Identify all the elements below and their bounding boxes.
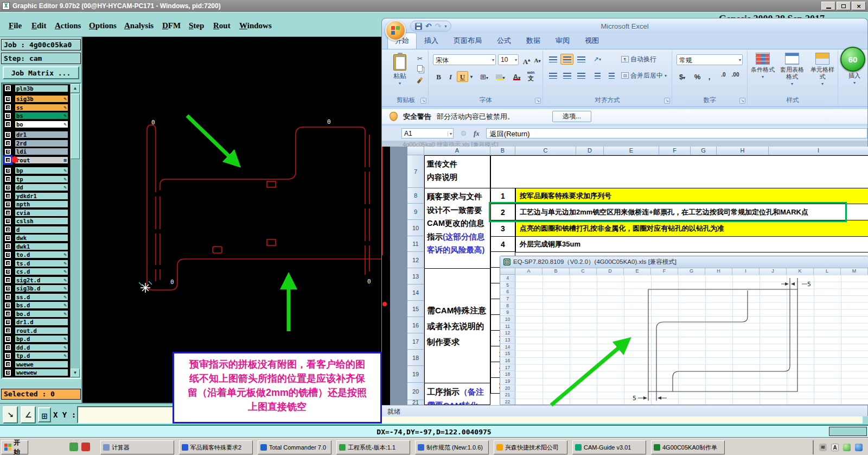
layer-checkbox[interactable]: [5, 370, 11, 376]
phonetic-button[interactable]: wén 文: [525, 69, 537, 80]
layer-label[interactable]: wwewew: [15, 369, 68, 376]
save-icon[interactable]: [415, 23, 422, 30]
cell-b11[interactable]: 4: [490, 236, 515, 252]
layer-checkbox[interactable]: [5, 277, 11, 283]
font-name-select[interactable]: 宋体▾: [433, 54, 496, 65]
layer-label[interactable]: dr1.d: [15, 318, 68, 326]
layer-checkbox[interactable]: [5, 193, 11, 199]
shrink-font-button[interactable]: A▾: [532, 54, 543, 65]
formula-input[interactable]: 返回(Return): [486, 128, 867, 138]
zoom-tool-icon[interactable]: ↘: [3, 406, 18, 424]
layer-label[interactable]: dwk1: [15, 243, 68, 250]
cell-styles-button[interactable]: 单元格样式▾: [808, 53, 837, 87]
column-header[interactable]: E: [604, 147, 659, 155]
layer-label[interactable]: cslsh: [15, 217, 68, 225]
taskbar-item[interactable]: 军品顾客特殊要求2: [179, 440, 253, 454]
column-header[interactable]: D: [576, 147, 604, 155]
layer-checkbox[interactable]: [5, 168, 11, 174]
layer-row[interactable]: cvia: [3, 208, 70, 217]
cell-a8[interactable]: 顾客要求与文件设计不一致需要CAM更改的信息指示(这部分信息客诉的风险最高): [424, 188, 490, 269]
quicklaunch-icon-2[interactable]: [81, 443, 90, 451]
embedded-column-header[interactable]: K: [787, 268, 814, 275]
scroll-down-icon[interactable]: ▼: [71, 369, 80, 377]
layer-row[interactable]: bo.d✎: [3, 309, 70, 318]
taskbar-item[interactable]: Total Commander 7.0: [258, 440, 331, 454]
layer-label[interactable]: wwewe: [15, 361, 68, 368]
layer-row[interactable]: bp✎: [3, 167, 70, 175]
font-dialog-launcher-icon[interactable]: ↘: [535, 98, 541, 104]
layer-row[interactable]: ss.d✎: [3, 293, 70, 301]
layer-checkbox[interactable]: [5, 361, 11, 367]
embedded-row-header[interactable]: 12: [500, 330, 515, 337]
ribbon-tab[interactable]: 公式: [489, 33, 519, 49]
layer-row[interactable]: wwewew: [3, 369, 70, 377]
layer-row[interactable]: tp.d✎: [3, 352, 70, 361]
layer-label[interactable]: bs.d✎: [15, 301, 68, 309]
scroll-up-icon[interactable]: ▲: [71, 84, 80, 93]
layer-row[interactable]: dr1: [3, 131, 70, 140]
embedded-row-header[interactable]: 13: [500, 337, 515, 344]
row-header[interactable]: 10: [407, 220, 424, 236]
layer-checkbox[interactable]: [5, 327, 11, 333]
embedded-row-header[interactable]: 5: [500, 282, 515, 289]
restore-button[interactable]: [837, 2, 851, 10]
embedded-column-header[interactable]: A: [515, 268, 542, 275]
layer-checkbox[interactable]: [5, 302, 11, 308]
close-button[interactable]: ×: [852, 2, 866, 10]
layer-checkbox[interactable]: [5, 157, 11, 163]
cut-icon[interactable]: ✂: [414, 54, 426, 64]
ribbon-tab[interactable]: 页面布局: [446, 33, 489, 49]
menu-item[interactable]: Analysis: [124, 21, 154, 30]
embedded-row-header[interactable]: 21: [500, 391, 515, 399]
layer-row[interactable]: dwk1: [3, 242, 70, 251]
layer-label[interactable]: bo.d✎: [15, 310, 68, 318]
grow-font-button[interactable]: A▴: [521, 54, 532, 65]
layer-row[interactable]: bs✎: [3, 112, 70, 121]
layer-label[interactable]: d: [15, 226, 68, 233]
layer-label[interactable]: sig3b✎: [15, 95, 68, 103]
layer-checkbox[interactable]: [5, 104, 11, 110]
align-middle-icon[interactable]: [560, 54, 573, 65]
embedded-workbook-window[interactable]: EQ-SP7.820.8109（V0.2.0）(4G00C05KA0).xls …: [500, 256, 868, 405]
embedded-row-header[interactable]: 10: [500, 316, 515, 323]
embedded-column-header[interactable]: L: [814, 268, 841, 275]
column-header[interactable]: H: [717, 147, 769, 155]
layer-label[interactable]: dr1: [15, 131, 68, 138]
row-header[interactable]: 16: [407, 317, 424, 333]
layer-row[interactable]: to.d✎: [3, 251, 70, 260]
layer-label[interactable]: rout.d: [15, 327, 68, 334]
embedded-column-header[interactable]: I: [732, 268, 760, 275]
taskbar-item[interactable]: 制作规范 (New:1.0.6): [415, 440, 489, 454]
layer-checkbox[interactable]: [5, 121, 11, 127]
layer-row[interactable]: dd✎: [3, 184, 70, 192]
layer-checkbox[interactable]: [5, 218, 11, 224]
layer-row[interactable]: 2rd: [3, 139, 70, 148]
layer-label[interactable]: cs.d✎: [15, 268, 68, 275]
layer-row[interactable]: tp✎: [3, 175, 70, 184]
redo-icon[interactable]: ↷: [435, 22, 442, 30]
layer-checkbox[interactable]: [5, 185, 11, 191]
qat-dropdown-icon[interactable]: ▾: [444, 24, 446, 29]
security-options-button[interactable]: 选项...: [552, 111, 591, 122]
underline-dropdown-icon[interactable]: ▾: [469, 71, 474, 82]
scroll-thumb[interactable]: [71, 94, 80, 159]
font-size-select[interactable]: 10▾: [498, 54, 519, 65]
layer-label[interactable]: dwk: [15, 234, 68, 242]
job-matrix-button[interactable]: Job Matrix ...: [3, 66, 79, 79]
row-header[interactable]: 21: [407, 400, 424, 405]
ribbon-tab[interactable]: 插入: [417, 33, 446, 49]
layer-row[interactable]: dr1.d: [3, 318, 70, 327]
format-painter-icon[interactable]: [414, 77, 426, 86]
layer-label[interactable]: ldi: [15, 148, 68, 155]
embedded-select-all[interactable]: [500, 268, 515, 275]
layer-row[interactable]: dwk: [3, 234, 70, 243]
layer-checkbox[interactable]: [5, 201, 11, 207]
layer-label[interactable]: sig3b.d✎: [15, 285, 68, 292]
align-top-icon[interactable]: [546, 54, 559, 65]
column-header[interactable]: B: [490, 147, 515, 155]
cell-b7-merged[interactable]: [490, 155, 868, 188]
format-as-table-button[interactable]: 套用表格格式▾: [778, 53, 806, 87]
align-bottom-icon[interactable]: [575, 54, 588, 65]
column-header[interactable]: C: [515, 147, 576, 155]
tray-icon-1[interactable]: ≋: [819, 444, 827, 451]
